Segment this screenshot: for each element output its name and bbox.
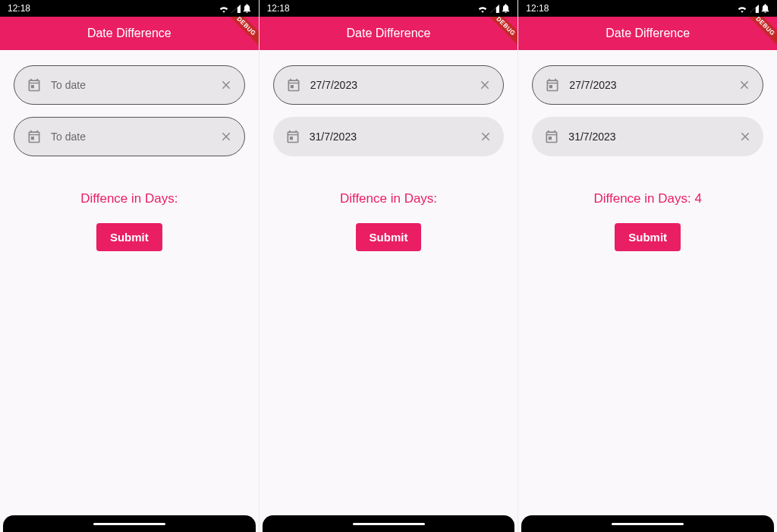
calendar-icon [544, 129, 559, 144]
bell-icon [761, 4, 769, 13]
nav-handle[interactable] [612, 523, 684, 525]
wifi-icon [219, 5, 229, 13]
signal-icon [231, 5, 241, 13]
from-date-value: 27/7/2023 [310, 79, 470, 91]
wifi-icon [477, 5, 488, 13]
clear-icon[interactable] [480, 131, 492, 143]
app-title: Date Difference [606, 27, 690, 40]
calendar-icon [285, 129, 300, 144]
calendar-icon [27, 77, 42, 93]
clear-icon[interactable] [738, 79, 750, 91]
app-title: Date Difference [347, 27, 431, 40]
wifi-icon [737, 5, 747, 13]
clear-icon[interactable] [220, 79, 232, 91]
to-date-field[interactable]: 31/7/2023 [532, 117, 763, 156]
status-time: 12:18 [267, 3, 290, 14]
clear-icon[interactable] [220, 131, 232, 143]
status-bar: 12:18 [518, 0, 777, 17]
to-date-value: To date [51, 131, 211, 143]
phone-screen-1: 12:18 Date Difference DEBUG To date To d… [0, 0, 259, 532]
bell-icon [243, 4, 251, 13]
from-date-field[interactable]: To date [14, 65, 245, 105]
difference-label: Diffence in Days: [80, 191, 178, 206]
submit-button[interactable]: Submit [96, 223, 162, 251]
submit-button[interactable]: Submit [356, 223, 422, 251]
to-date-field[interactable]: 31/7/2023 [273, 117, 505, 156]
app-bar: Date Difference DEBUG [518, 17, 777, 50]
to-date-field[interactable]: To date [14, 117, 245, 156]
status-icons [219, 4, 251, 13]
status-time: 12:18 [526, 3, 549, 14]
status-icons [477, 4, 510, 13]
phone-screen-3: 12:18 Date Difference DEBUG 27/7/2023 31… [517, 0, 777, 532]
calendar-icon [27, 129, 42, 144]
nav-bar [521, 515, 774, 532]
content-area: To date To date Diffence in Days: Submit [0, 50, 259, 515]
content-area: 27/7/2023 31/7/2023 Diffence in Days: 4 … [518, 50, 777, 515]
status-time: 12:18 [8, 3, 30, 14]
to-date-value: 31/7/2023 [568, 131, 730, 143]
status-bar: 12:18 [260, 0, 518, 17]
app-bar: Date Difference DEBUG [0, 17, 259, 50]
nav-handle[interactable] [353, 523, 425, 525]
signal-icon [750, 5, 759, 13]
debug-banner: DEBUG [219, 17, 259, 50]
bell-icon [502, 4, 510, 13]
nav-handle[interactable] [93, 523, 165, 525]
difference-label: Diffence in Days: 4 [593, 191, 701, 206]
from-date-field[interactable]: 27/7/2023 [273, 65, 505, 105]
app-title: Date Difference [87, 27, 171, 40]
debug-banner: DEBUG [478, 17, 518, 50]
debug-banner: DEBUG [737, 17, 777, 50]
content-area: 27/7/2023 31/7/2023 Diffence in Days: Su… [260, 50, 518, 515]
status-bar: 12:18 [0, 0, 259, 17]
nav-bar [3, 515, 256, 532]
difference-label: Diffence in Days: [340, 191, 437, 206]
nav-bar [263, 515, 515, 532]
signal-icon [490, 5, 499, 13]
clear-icon[interactable] [739, 131, 751, 143]
from-date-value: 27/7/2023 [569, 79, 729, 91]
to-date-value: 31/7/2023 [310, 131, 471, 143]
from-date-value: To date [51, 79, 211, 91]
app-bar: Date Difference DEBUG [260, 17, 518, 50]
from-date-field[interactable]: 27/7/2023 [532, 65, 763, 105]
status-icons [737, 4, 769, 13]
clear-icon[interactable] [479, 79, 491, 91]
calendar-icon [286, 77, 301, 93]
phone-screen-2: 12:18 Date Difference DEBUG 27/7/2023 31… [259, 0, 518, 532]
calendar-icon [545, 77, 560, 93]
submit-button[interactable]: Submit [615, 223, 681, 251]
